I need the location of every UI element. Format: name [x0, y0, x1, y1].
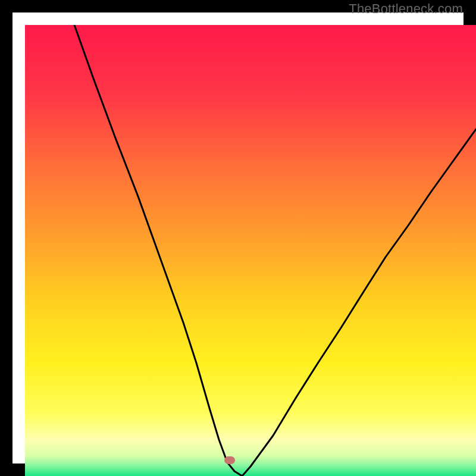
bottleneck-curve — [25, 25, 476, 476]
watermark-text: TheBottleneck.com — [349, 1, 463, 17]
minimum-marker — [224, 456, 235, 464]
curve-path — [74, 25, 476, 476]
chart-frame — [0, 0, 476, 476]
